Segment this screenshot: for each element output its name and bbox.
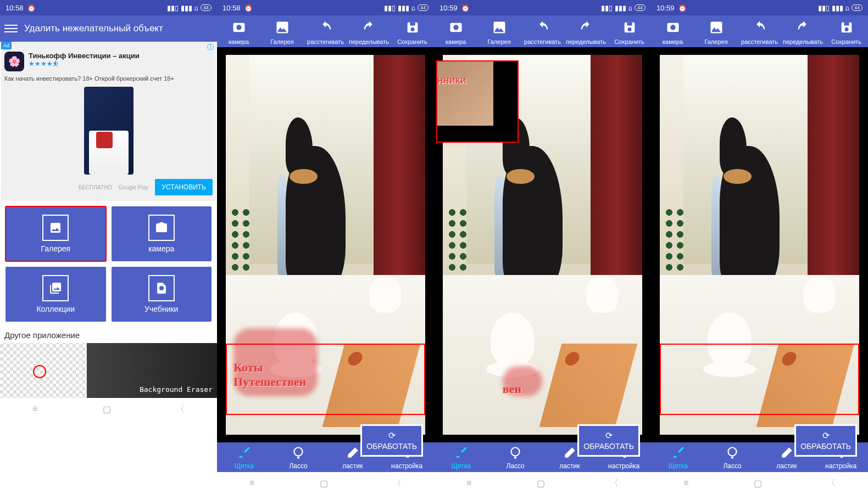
brush-tool[interactable]: Щетка	[651, 446, 705, 470]
ad-banner[interactable]: Ad ⓘ 🌸 Тинькофф Инвестиции – акции ★★★★⯪…	[1, 42, 216, 201]
screen-editor-zoom: 10:59⏰ ▮▮▯▮▮▮⩍44 камера Галерея расстеги…	[434, 0, 651, 494]
canvas[interactable]	[651, 47, 868, 442]
btn-label: расстегивать	[741, 38, 778, 45]
svg-point-1	[236, 25, 241, 30]
nav-home-icon[interactable]: ▢	[320, 478, 328, 489]
promo-banner[interactable]: AD Background Eraser	[0, 343, 217, 398]
highlight-box	[660, 344, 859, 415]
tutorials-tile[interactable]: Учебники	[112, 267, 212, 322]
lasso-tool[interactable]: Лассо	[271, 446, 326, 470]
nav-back-icon[interactable]: 〈	[393, 478, 402, 489]
save-button[interactable]: Сохранить	[825, 18, 868, 45]
btn-label: Сохранить	[614, 38, 644, 45]
svg-point-5	[410, 27, 414, 31]
nav-recent-icon[interactable]: ≡	[683, 478, 688, 488]
menu-icon[interactable]	[4, 23, 18, 35]
camera-button[interactable]: камера	[434, 18, 477, 45]
btn-label: камера	[229, 38, 249, 45]
undo-button[interactable]: расстегивать	[738, 18, 781, 45]
btn-label: переделывать	[566, 38, 606, 45]
nav-bar: ≡ ▢ 〈	[0, 398, 217, 420]
nav-back-icon[interactable]: 〈	[176, 403, 185, 415]
tool-label: настройка	[608, 462, 639, 470]
wifi-icon: ⩍	[194, 4, 198, 12]
alarm-icon: ⏰	[461, 4, 470, 12]
collections-tile[interactable]: Коллекции	[5, 267, 106, 322]
process-button[interactable]: ⟳ ОБРАБОТАТЬ	[577, 424, 640, 457]
tool-label: настройка	[825, 462, 856, 470]
redo-button[interactable]: переделывать	[781, 18, 825, 45]
gallery-tile[interactable]: Галерея	[5, 206, 106, 261]
brush-tool[interactable]: Щетка	[217, 446, 271, 470]
btn-label: расстегивать	[307, 38, 344, 45]
watermark-fragment: вен	[503, 382, 521, 396]
nav-recent-icon[interactable]: ≡	[249, 478, 254, 488]
battery-icon: 44	[635, 4, 646, 11]
btn-label: ОБРАБОТАТЬ	[583, 442, 634, 451]
wifi-icon: ⩍	[411, 4, 415, 12]
svg-point-23	[731, 457, 733, 459]
gallery-button[interactable]: Галерея	[694, 18, 738, 45]
svg-point-15	[514, 457, 516, 459]
tile-label: Учебники	[144, 305, 178, 313]
camera-tile[interactable]: камера	[112, 206, 212, 261]
redo-button[interactable]: переделывать	[347, 18, 391, 45]
svg-rect-4	[410, 23, 415, 26]
status-bar: 10:58⏰ ▮▮▯▮▮▮⩍44	[0, 0, 217, 15]
tool-label: Лассо	[289, 462, 307, 470]
tool-label: настройка	[391, 462, 422, 470]
install-button[interactable]: УСТАНОВИТЬ	[155, 179, 213, 195]
nav-home-icon[interactable]: ▢	[103, 404, 111, 414]
undo-button[interactable]: расстегивать	[521, 18, 564, 45]
btn-label: ОБРАБОТАТЬ	[800, 442, 851, 451]
nav-recent-icon[interactable]: ≡	[466, 478, 471, 488]
btn-label: Галерея	[487, 38, 510, 45]
redo-button[interactable]: переделывать	[564, 18, 608, 45]
highlight-box	[226, 344, 425, 415]
clock: 10:58	[222, 4, 241, 12]
nav-back-icon[interactable]: 〈	[610, 478, 619, 489]
clock: 10:58	[5, 4, 24, 12]
status-bar: 10:59⏰ ▮▮▯▮▮▮⩍44	[434, 0, 651, 15]
signal-icon: ▮▮▯	[384, 4, 396, 12]
svg-rect-12	[627, 23, 632, 26]
alarm-icon: ⏰	[678, 4, 687, 12]
nav-back-icon[interactable]: 〈	[827, 478, 836, 489]
gallery-button[interactable]: Галерея	[260, 18, 304, 45]
tile-label: Галерея	[41, 244, 70, 253]
camera-button[interactable]: камера	[217, 18, 260, 45]
nav-home-icon[interactable]: ▢	[754, 478, 762, 489]
battery-icon: 44	[201, 4, 212, 11]
svg-point-6	[294, 447, 303, 456]
nav-bar: ≡ ▢ 〈	[434, 472, 651, 494]
zoom-preview: нники	[436, 60, 519, 143]
refresh-icon: ⟳	[583, 430, 634, 441]
ad-app-icon: 🌸	[4, 52, 24, 71]
lasso-tool[interactable]: Лассо	[488, 446, 543, 470]
tool-label: ластик	[559, 462, 580, 470]
clock: 10:59	[656, 4, 675, 12]
lasso-tool[interactable]: Лассо	[705, 446, 760, 470]
promo-name: Background Eraser	[140, 385, 213, 394]
camera-button[interactable]: камера	[651, 18, 694, 45]
ad-info-icon[interactable]: ⓘ	[207, 43, 214, 52]
wifi-icon: ⩍	[845, 4, 849, 12]
tile-label: камера	[148, 244, 174, 253]
canvas[interactable]: Коты Путешествен	[217, 47, 434, 442]
process-button[interactable]: ⟳ ОБРАБОТАТЬ	[794, 424, 857, 457]
signal-icon: ▮▮▯	[601, 4, 613, 12]
nav-recent-icon[interactable]: ≡	[32, 404, 37, 414]
btn-label: Галерея	[704, 38, 727, 45]
process-button[interactable]: ⟳ ОБРАБОТАТЬ	[360, 424, 423, 457]
nav-home-icon[interactable]: ▢	[537, 478, 545, 489]
save-button[interactable]: Сохранить	[391, 18, 434, 45]
tool-label: Лассо	[506, 462, 524, 470]
ad-description: Как начать инвестировать? 18+ Открой бро…	[4, 75, 213, 82]
save-button[interactable]: Сохранить	[608, 18, 651, 45]
brush-tool[interactable]: Щетка	[434, 446, 488, 470]
undo-button[interactable]: расстегивать	[304, 18, 347, 45]
gallery-button[interactable]: Галерея	[477, 18, 521, 45]
svg-rect-20	[844, 23, 849, 26]
signal-icon: ▮▮▮	[615, 4, 626, 12]
btn-label: переделывать	[783, 38, 823, 45]
